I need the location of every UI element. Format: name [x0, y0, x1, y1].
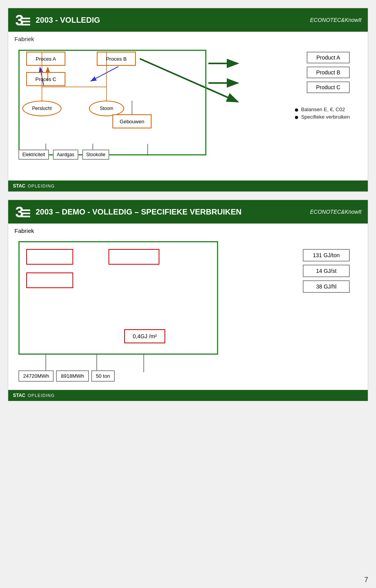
product-c-box: Product C: [307, 81, 350, 93]
bottom-val-2-label: 8918MWh: [61, 373, 84, 379]
bottom-val-2: 8918MWh: [56, 370, 89, 382]
slide2-header: 3 2003 – DEMO - VOLLEDIG – SPECIFIEKE VE…: [8, 200, 368, 224]
svg-rect-22: [22, 216, 30, 217]
slide1-header: 3 2003 - VOLLEDIG ECONOTEC&KnowIt: [8, 8, 368, 32]
svg-text:3: 3: [15, 204, 24, 220]
product-b-label: Product B: [316, 69, 340, 76]
slide2-body: Fabriek 131 GJ/ton 14: [8, 224, 368, 390]
process-b-box: Proces B: [97, 52, 136, 66]
slide2-fabriek: Fabriek: [14, 227, 362, 234]
bullets-area: Balansen E, €, C02 Specifieke verbruiken: [295, 106, 350, 121]
gebouwen-box: Gebouwen: [112, 114, 152, 128]
stac-label-1: STAC: [13, 183, 25, 189]
aardgas-label: Aardgas: [57, 152, 74, 157]
process-b-label: Proces B: [106, 56, 127, 62]
elektriciteit-box: Elektriciteit: [18, 150, 49, 160]
bullet-dot-2: [295, 116, 298, 119]
page-number: 7: [364, 576, 368, 584]
value-2-label: 14 GJ/st: [316, 268, 336, 274]
bullet-line2: Specifieke verbruiken: [295, 114, 350, 120]
elektriciteit-label: Elektriciteit: [22, 152, 45, 157]
slide2-red-box-3: [26, 272, 73, 288]
slide2-logo-area: 3 2003 – DEMO - VOLLEDIG – SPECIFIEKE VE…: [14, 203, 242, 220]
slide2-footer: STAC OPLEIDING: [8, 390, 368, 401]
slide-2: 3 2003 – DEMO - VOLLEDIG – SPECIFIEKE VE…: [8, 200, 368, 401]
opleiding-label-2: OPLEIDING: [28, 393, 55, 398]
slide1-title: 2003 - VOLLEDIG: [36, 16, 100, 25]
products-area: Product A Product B Product C: [307, 52, 350, 93]
slide1-body: Fabriek: [8, 32, 368, 180]
slide1-footer: STAC OPLEIDING: [8, 180, 368, 191]
slide1-fabriek: Fabriek: [14, 36, 362, 42]
stookolie-label: Stookolie: [86, 152, 105, 157]
product-a-box: Product A: [307, 52, 350, 63]
svg-rect-1: [22, 18, 30, 19]
bottom-val-1: 24720MWh: [18, 370, 54, 382]
value-1-label: 131 GJ/ton: [313, 252, 340, 258]
perslucht-oval: Perslucht: [22, 101, 61, 116]
stoom-oval: Stoom: [89, 101, 124, 116]
svg-rect-3: [22, 24, 30, 25]
value-box-2: 14 GJ/st: [303, 265, 350, 277]
stoom-label: Stoom: [100, 106, 114, 111]
slide1-brand: ECONOTEC&KnowIt: [310, 17, 362, 23]
bullet-line1: Balansen E, €, C02: [295, 106, 350, 112]
input-labels: Elektriciteit Aardgas Stookolie: [18, 150, 113, 160]
value-box-1: 131 GJ/ton: [303, 249, 350, 262]
svg-rect-20: [22, 209, 30, 211]
value-box-3: 38 GJ/hl: [303, 280, 350, 293]
slide2-red-box-2: [108, 249, 159, 265]
bottom-val-1-label: 24720MWh: [23, 373, 49, 379]
slide2-logo-3e-icon: 3: [14, 203, 32, 220]
slide2-brand: ECONOTEC&KnowIt: [310, 209, 362, 215]
gebouwen-label: Gebouwen: [120, 119, 145, 124]
bottom-val-3: 50 ton: [91, 370, 115, 382]
opleiding-label-1: OPLEIDING: [28, 184, 55, 188]
perslucht-label: Perslucht: [32, 106, 52, 111]
product-a-label: Product A: [316, 54, 340, 61]
logo-area: 3 2003 - VOLLEDIG: [14, 11, 100, 29]
svg-rect-21: [22, 213, 30, 214]
product-b-box: Product B: [307, 67, 350, 78]
slide-1: 3 2003 - VOLLEDIG ECONOTEC&KnowIt Fabrie…: [8, 8, 368, 192]
value-3-label: 38 GJ/hl: [316, 283, 336, 290]
gj-box: 0,4GJ /m²: [124, 329, 165, 343]
bullet-dot-1: [295, 108, 298, 112]
gj-label: 0,4GJ /m²: [133, 333, 157, 339]
slide2-red-box-1: [26, 249, 73, 265]
slide2-diagram: 131 GJ/ton 14 GJ/st 38 GJ/hl 0,4GJ /m² 2…: [14, 237, 362, 386]
slide2-title: 2003 – DEMO - VOLLEDIG – SPECIFIEKE VERB…: [36, 207, 242, 216]
process-a-box: Proces A: [26, 52, 65, 66]
stac-label-2: STAC: [13, 393, 25, 398]
product-c-label: Product C: [316, 84, 340, 90]
bottom-values: 24720MWh 8918MWh 50 ton: [18, 370, 117, 382]
stookolie-box: Stookolie: [82, 150, 109, 160]
process-c-box: Proces C: [26, 72, 65, 86]
value-boxes: 131 GJ/ton 14 GJ/st 38 GJ/hl: [303, 249, 350, 293]
slide1-diagram: Proces A Proces B Proces C Perslucht Sto…: [14, 44, 362, 169]
bottom-val-3-label: 50 ton: [96, 373, 110, 379]
aardgas-box: Aardgas: [53, 150, 78, 160]
svg-text:3: 3: [15, 12, 24, 29]
svg-rect-2: [22, 21, 30, 22]
process-a-label: Proces A: [36, 56, 56, 62]
process-c-label: Proces C: [35, 76, 56, 82]
logo-3e-icon: 3: [14, 11, 32, 29]
